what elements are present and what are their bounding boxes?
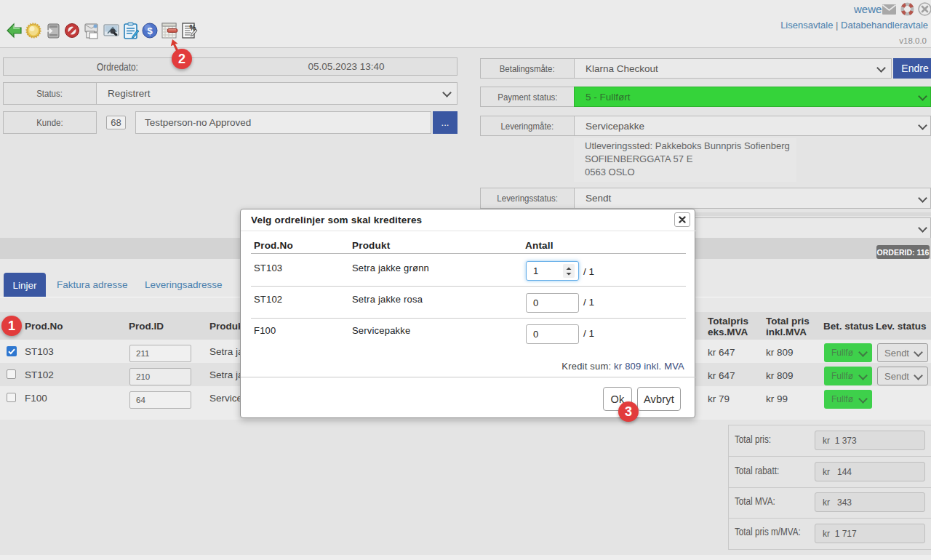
svg-text:$: $ [147, 25, 153, 36]
